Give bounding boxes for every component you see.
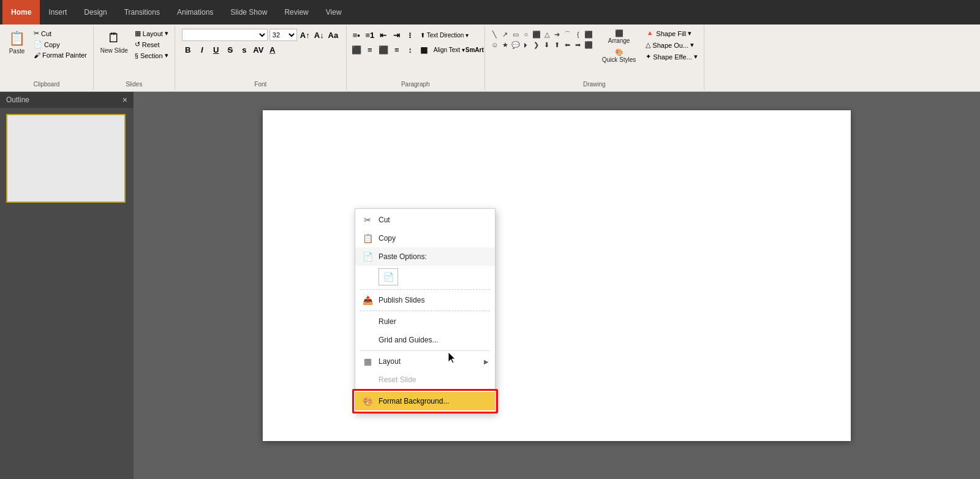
ribbon: 📋 Paste ✂ Cut 📄 Copy 🖌 Format Painter	[0, 25, 980, 92]
drawing-group: ╲ ↗ ▭ ○ ⬛ △ ➔ ⌒ { ⬛ ☺ ★ 💬 ⏵ ❯ ⬇ ⬆	[485, 26, 704, 90]
shape-chevron[interactable]: ❯	[532, 40, 541, 50]
canvas-area[interactable]: ✂ Cut 📋 Copy 📄 Paste Options: 📄 📤	[134, 92, 980, 479]
format-background-icon: 🎨	[361, 395, 374, 407]
context-menu-cut[interactable]: ✂ Cut	[355, 211, 495, 229]
bullets-button[interactable]: ≡•	[350, 29, 363, 41]
decrease-font-button[interactable]: A↓	[313, 29, 325, 41]
columns2-button[interactable]: ▦	[418, 43, 430, 56]
new-slide-button[interactable]: 🗒 New Slide	[97, 28, 131, 56]
text-direction-button[interactable]: ⬆ Text Direction ▾	[418, 31, 472, 40]
shape-outline-button[interactable]: △ Shape Ou... ▾	[643, 40, 699, 50]
paste-button[interactable]: 📋 Paste	[4, 28, 30, 57]
numbering-button[interactable]: ≡1	[364, 29, 376, 41]
underline-button[interactable]: U	[210, 43, 222, 56]
context-menu-format-background[interactable]: 🎨 Format Background...	[355, 392, 495, 410]
shape-arrow[interactable]: ↗	[500, 29, 510, 39]
shape-effects-icon: ✦	[646, 53, 651, 61]
clipboard-group: 📋 Paste ✂ Cut 📄 Copy 🖌 Format Painter	[0, 26, 94, 90]
shape-more[interactable]: ⬛	[532, 29, 541, 39]
cut-icon: ✂	[361, 214, 374, 226]
shape-arrow2[interactable]: ➔	[552, 29, 562, 39]
reset-slide-icon	[361, 374, 374, 386]
context-menu-grid-guides[interactable]: Grid and Guides...	[355, 331, 495, 349]
shape-scroll[interactable]: ⬛	[584, 29, 594, 39]
increase-indent-button[interactable]: ⇥	[391, 29, 403, 41]
shape-outline-icon: △	[646, 41, 650, 49]
tab-animations[interactable]: Animations	[168, 0, 222, 25]
shape-action[interactable]: ⏵	[521, 40, 531, 50]
align-right-button[interactable]: ⬛	[377, 43, 390, 56]
shape-curve[interactable]: ⌒	[563, 29, 573, 39]
drawing-label: Drawing	[489, 80, 700, 88]
grid-icon	[361, 334, 374, 346]
shape-down[interactable]: ⬇	[542, 40, 552, 50]
line-spacing-button[interactable]: ↕	[404, 43, 417, 56]
slides-panel-close-button[interactable]: ×	[123, 95, 127, 105]
shape-oval[interactable]: ○	[521, 29, 531, 39]
shape-smiley[interactable]: ☺	[490, 40, 500, 50]
shape-right[interactable]: ➡	[573, 40, 583, 50]
align-text-button[interactable]: Align Text ▾	[431, 45, 467, 55]
context-menu-copy[interactable]: 📋 Copy	[355, 229, 495, 247]
font-size-select[interactable]: 32	[270, 29, 297, 41]
quick-styles-button[interactable]: 🎨 Quick Styles	[598, 47, 640, 64]
italic-button[interactable]: I	[196, 43, 208, 56]
tab-review[interactable]: Review	[276, 0, 317, 25]
shape-callout[interactable]: 💬	[511, 40, 521, 50]
change-case-button[interactable]: Aa	[327, 29, 339, 41]
slide-thumbnail[interactable]	[6, 114, 126, 203]
font-color-button[interactable]: A	[266, 43, 279, 56]
tab-slideshow[interactable]: Slide Show	[222, 0, 276, 25]
shape-effects-button[interactable]: ✦ Shape Effe... ▾	[643, 51, 699, 62]
shape-rect[interactable]: ▭	[511, 29, 521, 39]
context-menu-reset-slide[interactable]: Reset Slide	[355, 371, 495, 389]
separator-4	[360, 390, 490, 391]
tab-home[interactable]: Home	[2, 0, 40, 25]
tab-view[interactable]: View	[317, 0, 350, 25]
shape-left[interactable]: ⬅	[563, 40, 573, 50]
font-label: Font	[179, 80, 342, 88]
format-painter-icon: 🖌	[34, 51, 40, 59]
font-face-select[interactable]	[182, 29, 268, 41]
bold-button[interactable]: B	[182, 43, 194, 56]
shape-cube[interactable]: ⬛	[584, 40, 594, 50]
arrange-button[interactable]: ⬛ Arrange	[605, 28, 634, 45]
context-menu-publish-slides[interactable]: 📤 Publish Slides	[355, 291, 495, 309]
copy-button[interactable]: 📄 Copy	[31, 39, 89, 50]
ruler-icon	[361, 315, 374, 328]
paste-option-keep-format[interactable]: 📄	[379, 268, 398, 285]
shape-tri[interactable]: △	[542, 29, 552, 39]
layout-button[interactable]: ▦ Layout ▾	[132, 28, 171, 39]
section-button[interactable]: § Section ▾	[132, 50, 171, 61]
tab-transitions[interactable]: Transitions	[116, 0, 168, 25]
align-center-button[interactable]: ≡	[364, 43, 376, 56]
reset-icon: ↺	[135, 40, 140, 48]
shapes-grid: ╲ ↗ ▭ ○ ⬛ △ ➔ ⌒ { ⬛ ☺ ★ 💬 ⏵ ❯ ⬇ ⬆	[489, 28, 595, 51]
copy-icon: 📋	[361, 232, 374, 244]
shape-line[interactable]: ╲	[490, 29, 500, 39]
context-menu: ✂ Cut 📋 Copy 📄 Paste Options: 📄 📤	[355, 208, 496, 413]
shadow-button[interactable]: s	[238, 43, 251, 56]
context-menu-ruler[interactable]: Ruler	[355, 312, 495, 331]
decrease-indent-button[interactable]: ⇤	[377, 29, 390, 41]
context-menu-layout[interactable]: ▦ Layout ▶	[355, 352, 495, 371]
tab-insert[interactable]: Insert	[40, 0, 75, 25]
slides-label: Slides	[97, 80, 171, 88]
cut-button[interactable]: ✂ Cut	[31, 28, 89, 39]
increase-font-button[interactable]: A↑	[299, 29, 311, 41]
shape-fill-button[interactable]: 🔺 Shape Fill ▾	[643, 28, 699, 39]
font-spacing-button[interactable]: AV	[252, 43, 265, 56]
justify-button[interactable]: ≡	[391, 43, 403, 56]
align-left-button[interactable]: ⬛	[350, 43, 363, 56]
shape-star[interactable]: ★	[500, 40, 510, 50]
format-painter-button[interactable]: 🖌 Format Painter	[31, 50, 89, 60]
columns-button[interactable]: ⫶	[404, 29, 417, 41]
copy-icon: 📄	[34, 40, 42, 48]
shape-up[interactable]: ⬆	[552, 40, 562, 50]
strikethrough-button[interactable]: S	[224, 43, 236, 56]
smartart-button[interactable]: SmArt	[469, 43, 481, 56]
tab-design[interactable]: Design	[75, 0, 115, 25]
reset-button[interactable]: ↺ Reset	[132, 39, 171, 50]
shape-brace[interactable]: {	[573, 29, 583, 39]
shape-fill-icon: 🔺	[646, 29, 654, 37]
